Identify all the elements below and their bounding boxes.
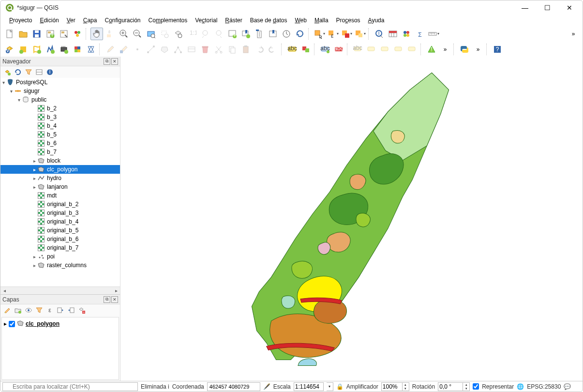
tree-row[interactable]: ▾PostgreSQL	[0, 78, 120, 87]
close-button[interactable]: ✕	[558, 0, 581, 15]
layer-expand-icon[interactable]: ▸	[4, 320, 7, 327]
plugins-overflow-icon[interactable]: »	[472, 43, 484, 56]
temporal-controller-button[interactable]	[253, 28, 266, 40]
paste-features-button[interactable]	[239, 43, 252, 56]
menu-capa[interactable]: Capa	[79, 16, 101, 25]
rotation-value[interactable]	[438, 383, 463, 391]
help-button[interactable]: ?	[491, 43, 504, 56]
expand-icon[interactable]: ▸	[31, 158, 37, 164]
zoom-to-selection-button[interactable]	[158, 28, 171, 40]
select-features-button[interactable]: ▾	[313, 28, 326, 40]
layers-tree[interactable]: ▸ clc_polygon	[1, 317, 119, 380]
browser-hscroll[interactable]: ◂▸	[0, 286, 120, 294]
tree-row[interactable]: original_b_2	[0, 200, 120, 209]
lock-scale-icon[interactable]: 🔒	[336, 383, 344, 390]
expand-icon[interactable]: ▾	[8, 89, 14, 94]
measure-button[interactable]: ▾	[427, 28, 440, 40]
browser-collapse-button[interactable]	[34, 67, 44, 77]
new-print-layout-button[interactable]: +	[44, 28, 57, 40]
layers-expand-button[interactable]	[56, 305, 65, 315]
undo-button[interactable]	[253, 43, 266, 56]
crs-icon[interactable]: 🌐	[517, 383, 524, 390]
layers-visibility-button[interactable]	[24, 305, 33, 315]
locator-input[interactable]	[2, 382, 138, 391]
browser-add-button[interactable]	[2, 67, 12, 77]
layers-collapse-button[interactable]	[66, 305, 76, 315]
magnifier-value[interactable]	[382, 383, 402, 391]
new-memory-layer-button[interactable]	[58, 43, 70, 56]
open-project-button[interactable]	[17, 28, 30, 40]
save-project-button[interactable]	[30, 28, 43, 40]
menu-configuracion[interactable]: Configuración	[101, 16, 144, 25]
menu-complementos[interactable]: Complementos	[145, 16, 192, 25]
maximize-button[interactable]: ☐	[536, 0, 558, 15]
menu-basedatos[interactable]: Base de datos	[246, 16, 291, 25]
tree-row[interactable]: b_3	[0, 113, 120, 121]
crs-label[interactable]: EPSG:25830	[527, 383, 561, 390]
zoom-full-button[interactable]	[145, 28, 157, 40]
expand-icon[interactable]: ▾	[16, 97, 22, 103]
new-mesh-layer-button[interactable]	[85, 43, 97, 56]
cut-features-button[interactable]	[212, 43, 225, 56]
expand-icon[interactable]: ▸	[31, 263, 37, 268]
coord-input[interactable]	[207, 382, 260, 391]
style-manager-button[interactable]	[71, 28, 84, 40]
menu-edicion[interactable]: Edición	[36, 16, 62, 25]
menu-proyecto[interactable]: Proyecto	[5, 16, 36, 25]
zoom-out-button[interactable]	[131, 28, 144, 40]
menu-malla[interactable]: Malla	[311, 16, 332, 25]
browser-panel-undock[interactable]: ⧉	[104, 58, 110, 65]
scale-input[interactable]	[294, 382, 324, 391]
topology-more-icon[interactable]: »	[439, 43, 451, 56]
add-raster-layer-button[interactable]	[17, 43, 30, 56]
layers-style-button[interactable]	[2, 305, 12, 315]
tree-row[interactable]: ▾public	[0, 95, 120, 104]
new-shapefile-button[interactable]	[30, 43, 43, 56]
minimize-button[interactable]: —	[514, 0, 536, 15]
menu-web[interactable]: Web	[291, 16, 310, 25]
magnifier-input[interactable]: ▴▾	[381, 382, 409, 391]
label-toolbar-abc-red[interactable]: abc	[332, 43, 345, 56]
vertex-tool-button[interactable]	[172, 43, 184, 56]
rotation-input[interactable]: ▴▾	[438, 382, 470, 391]
tree-row[interactable]: ▾sigugr	[0, 87, 120, 95]
tree-row[interactable]: original_b_3	[0, 209, 120, 217]
pan-to-selection-button[interactable]	[104, 28, 117, 40]
expand-icon[interactable]: ▸	[31, 254, 37, 259]
tree-row[interactable]: b_6	[0, 139, 120, 148]
expand-icon[interactable]: ▸	[31, 184, 37, 190]
redo-button[interactable]	[267, 43, 279, 56]
topology-check-icon[interactable]: !	[425, 43, 438, 56]
add-polygon-button[interactable]	[158, 43, 171, 56]
tree-row[interactable]: original_b_7	[0, 243, 120, 252]
layout-manager-button[interactable]	[58, 28, 70, 40]
tree-row[interactable]: b_2	[0, 104, 120, 113]
tree-row[interactable]: ▸raster_columns	[0, 261, 120, 270]
toolbar-overflow-1[interactable]: »	[567, 28, 580, 40]
zoom-to-layer-button[interactable]	[172, 28, 184, 40]
identify-button[interactable]: i	[373, 28, 386, 40]
pan-button[interactable]	[90, 28, 103, 40]
label-toolbar-abc-yellow[interactable]: abc	[286, 43, 299, 56]
menu-ver[interactable]: Ver	[63, 16, 79, 25]
select-by-value-button[interactable]: ε▾	[327, 28, 339, 40]
digitize-button[interactable]	[145, 43, 157, 56]
modify-attributes-button[interactable]	[185, 43, 198, 56]
new-project-button[interactable]	[3, 28, 16, 40]
messages-icon[interactable]: 💬	[564, 383, 571, 390]
toggle-editing-button[interactable]	[104, 43, 117, 56]
menu-vectorial[interactable]: Vectorial	[191, 16, 221, 25]
tree-row[interactable]: ▸block	[0, 156, 120, 165]
label-pin-button[interactable]: abc	[352, 43, 364, 56]
layers-panel-undock[interactable]: ⧉	[104, 296, 110, 303]
tree-row[interactable]: original_b_6	[0, 235, 120, 243]
zoom-last-button[interactable]	[199, 28, 211, 40]
zoom-in-button[interactable]	[118, 28, 130, 40]
add-feature-button[interactable]	[131, 43, 144, 56]
new-bookmark-button[interactable]	[239, 28, 252, 40]
refresh-button[interactable]	[294, 28, 306, 40]
copy-features-button[interactable]	[226, 43, 239, 56]
tree-row[interactable]: ▸clc_polygon	[0, 165, 120, 174]
add-vector-layer-button[interactable]: V	[3, 43, 16, 56]
new-geopackage-button[interactable]	[44, 43, 57, 56]
